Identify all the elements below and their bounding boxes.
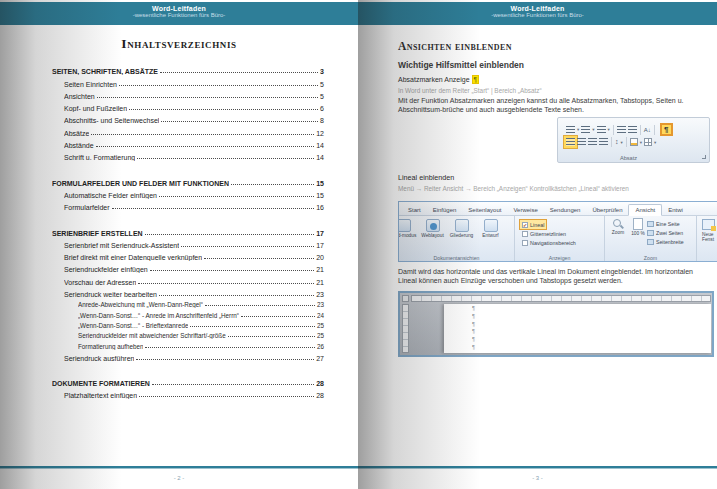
toc-entry[interactable]: Serienbrief mit Seriendruck-Assistent17 <box>52 237 324 249</box>
toc-entry[interactable]: Absätze12 <box>52 124 324 136</box>
toc-entry[interactable]: DOKUMENTE FORMATIEREN28 <box>52 375 324 387</box>
new-window-icon <box>702 219 715 230</box>
align-right-icon <box>588 138 597 146</box>
document-ruler-screenshot: ¶¶¶¶¶¶ <box>398 291 714 357</box>
absatzmarken-title: Absatzmarken Anzeige ¶ <box>398 76 479 83</box>
toc-entry[interactable]: Formatierung aufheben26 <box>52 339 324 349</box>
toc-entry[interactable]: Seiten Einrichten5 <box>52 75 324 87</box>
ribbon-tab-einfgen: Einfügen <box>427 205 463 215</box>
toc-entry-page: 14 <box>316 154 324 161</box>
view-label: llbild-modus <box>398 233 418 238</box>
toc-entry-page: 5 <box>320 81 324 88</box>
toc-entry-label: Formularfelder <box>64 204 110 211</box>
ribbon-body: llbild-modusWeblayoutGliederungEntwurf D… <box>399 216 717 262</box>
toc-entry[interactable]: FORMULARFELDER UND FELDER MIT FUNKTIONEN… <box>52 174 324 186</box>
footer-rule <box>0 466 358 468</box>
document-spread: Word-Leitfaden -wesentliche Funktionen f… <box>0 0 717 489</box>
toc-entry-page: 20 <box>316 254 324 261</box>
toc-leader <box>190 326 315 327</box>
toc-entry-label: Schrift u. Formatierung <box>64 154 135 161</box>
toc-leader <box>241 316 315 317</box>
ribbon-screenshot: StartEinfügenSeitenlayoutVerweiseSendung… <box>398 201 717 262</box>
borders-icon <box>644 138 652 146</box>
absatz-row2: ▾▾▾ <box>566 137 656 147</box>
toc-entry-label: Abstände <box>64 142 94 149</box>
checkbox-label: Navigationsbereich <box>530 240 576 246</box>
toc-entry-page: 15 <box>316 180 324 187</box>
toc-entry-page: 23 <box>316 291 324 298</box>
ribbon-tab-berprfen: Überprüfen <box>586 205 628 215</box>
ribbon-tab-verweise: Verweise <box>507 205 543 215</box>
toc-entry-page: 6 <box>320 105 324 112</box>
toc-entry[interactable]: Seriendruckfelder mit abweichender Schri… <box>52 329 324 339</box>
toc-entry[interactable]: Formularfelder16 <box>52 199 324 211</box>
toc-entry[interactable]: Anrede-Abweichung mit „Wenn-Dann-Regel“2… <box>52 298 324 308</box>
toc-title: Inhaltsverzeichnis <box>0 36 358 52</box>
ribbon-group-window: Neue Fenst <box>697 216 717 262</box>
toc-leader <box>97 97 318 98</box>
page-icon <box>647 239 654 245</box>
toc-entry[interactable]: Platzhaltertext einfügen28 <box>52 387 324 399</box>
section-heading: Ansichten einblenden <box>398 40 512 52</box>
ribbon-tab-start: Start <box>402 205 427 215</box>
toc-entry-label: Ansichten <box>64 93 95 100</box>
page-number: - 3 - <box>358 475 717 481</box>
toc-entry-page: 16 <box>316 204 324 211</box>
toc-leader <box>204 258 314 259</box>
view-icon <box>426 219 440 232</box>
view-icon <box>484 219 498 232</box>
zoom-option: Seitenbreite <box>647 237 696 246</box>
header-subtitle: -wesentliche Funktionen fürs Büro- <box>0 12 358 18</box>
toc-entry-page: 3 <box>320 68 324 75</box>
divider <box>640 125 641 135</box>
toc-entry[interactable]: Seriendruckfelder einfügen21 <box>52 261 324 273</box>
toc-entry[interactable]: Automatische Felder einfügen15 <box>52 187 324 199</box>
toc-entry[interactable]: „Wenn-Dann-Sonst…“ - Brieftextanrede25 <box>52 319 324 329</box>
dialog-launcher-icon <box>702 155 706 159</box>
dropdown-arrow-icon: ▾ <box>621 140 623 145</box>
toc-entry[interactable]: „Wenn-Dann-Sonst…“ - Anrede im Anschrift… <box>52 308 324 318</box>
view-label: Weblayout <box>418 233 447 238</box>
toc-entry[interactable]: Seriendruck weiter bearbeiten23 <box>52 286 324 298</box>
toc-entry-label: SERIENBRIEF ERSTELLEN <box>52 230 143 237</box>
toc-entry-page: 8 <box>320 117 324 124</box>
toc-entry[interactable]: Vorschau der Adressen21 <box>52 273 324 285</box>
toc-entry[interactable]: Seriendruck ausführen27 <box>52 350 324 362</box>
toc-entry[interactable]: Ansichten5 <box>52 88 324 100</box>
toc-entry-label: Abschnitts- und Seitenwechsel <box>64 117 159 124</box>
checkbox-label: Gitternetzlinien <box>530 231 566 237</box>
toc-entry[interactable]: Abstände14 <box>52 137 324 149</box>
toc-entry-page: 12 <box>316 130 324 137</box>
toc-entry-page: 17 <box>316 242 324 249</box>
shading-icon <box>630 138 638 146</box>
dropdown-arrow-icon: ▾ <box>640 140 642 145</box>
toc-leader <box>159 196 314 197</box>
toc-entry-page: 21 <box>316 279 324 286</box>
decrease-indent-icon <box>617 126 626 134</box>
zoom-option-label: Eine Seite <box>656 221 680 227</box>
pilcrow-mark: ¶ <box>472 313 475 321</box>
header-title: Word-Leitfaden <box>0 2 358 12</box>
zoom-col: Eine SeiteZwei SeitenSeitenbreite <box>647 218 696 253</box>
toc-leader <box>112 208 315 209</box>
line-spacing-icon <box>615 138 619 146</box>
toc-entry[interactable]: Kopf- und Fußzeilen6 <box>52 100 324 112</box>
align-center-icon <box>577 138 586 146</box>
toc-entry-page: 15 <box>316 192 324 199</box>
group-label: Dokumentansichten <box>399 255 514 261</box>
toc-entry[interactable]: SEITEN, SCHRIFTEN, ABSÄTZE3 <box>52 63 324 75</box>
toc-entry[interactable]: Brief direkt mit einer Datenquelle verkn… <box>52 249 324 261</box>
toc-entry[interactable]: Schrift u. Formatierung14 <box>52 149 324 161</box>
toc-entry[interactable]: SERIENBRIEF ERSTELLEN17 <box>52 224 324 236</box>
toc-entry-label: SEITEN, SCHRIFTEN, ABSÄTZE <box>52 68 158 75</box>
toc-entry-page: 21 <box>316 266 324 273</box>
dropdown-arrow-icon: ▾ <box>608 127 610 132</box>
pilcrow-mark: ¶ <box>472 336 475 344</box>
toc-entry-page: 25 <box>317 322 324 329</box>
view-label: Gliederung <box>447 233 476 238</box>
header-subtitle: -wesentliche Funktionen fürs Büro- <box>358 12 717 18</box>
toc-leader <box>129 109 318 110</box>
toc-entry[interactable]: Abschnitts- und Seitenwechsel8 <box>52 112 324 124</box>
toc-entry-page: 28 <box>316 392 324 399</box>
toc-leader <box>137 158 314 159</box>
